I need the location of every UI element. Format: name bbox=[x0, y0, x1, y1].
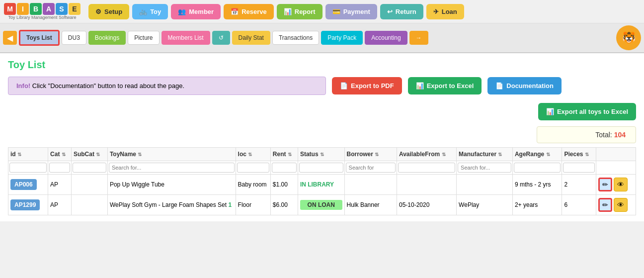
export-pdf-button[interactable]: 📄 Export to PDF bbox=[332, 77, 402, 94]
info-text: Click "Documentation" button to read abo… bbox=[32, 82, 184, 90]
sort-arrows-borrower: ⇅ bbox=[375, 152, 379, 157]
member-icon: 👥 bbox=[178, 8, 186, 15]
search-input-status[interactable] bbox=[299, 163, 343, 173]
col-header-available[interactable]: AvailableFrom ⇅ bbox=[397, 148, 456, 161]
export-excel-button[interactable]: 📊 Export to Excel bbox=[408, 77, 482, 94]
reserve-icon: 📅 bbox=[231, 8, 239, 15]
return-icon: ↩ bbox=[387, 8, 393, 15]
payment-button[interactable]: 💳 Payment bbox=[325, 4, 377, 19]
search-cell-loc bbox=[236, 161, 270, 175]
search-cell-toyname bbox=[107, 161, 236, 175]
col-header-pieces[interactable]: Pieces ⇅ bbox=[562, 148, 596, 161]
col-header-status[interactable]: Status ⇅ bbox=[298, 148, 344, 161]
logo-letters: M I B A S E bbox=[4, 3, 80, 15]
search-cell-cat bbox=[48, 161, 72, 175]
excel-all-icon: 📊 bbox=[546, 108, 554, 115]
main-content: Toy List Info! Click "Documentation" but… bbox=[0, 53, 644, 221]
search-input-available[interactable] bbox=[398, 163, 455, 173]
col-header-id[interactable]: id ⇅ bbox=[8, 148, 48, 161]
search-input-cat[interactable] bbox=[49, 163, 70, 173]
search-input-toyname[interactable] bbox=[109, 163, 235, 173]
tab-party-pack[interactable]: Party Pack bbox=[321, 31, 363, 45]
logo: M I B A S E Toy Library Management Softw… bbox=[4, 3, 80, 20]
col-header-toyname[interactable]: ToyName ⇅ bbox=[107, 148, 236, 161]
toy-table: id ⇅ Cat ⇅ SubCat ⇅ ToyName ⇅ loc bbox=[8, 147, 636, 215]
tab-bookings[interactable]: Bookings bbox=[88, 31, 126, 45]
search-input-rent[interactable] bbox=[272, 163, 297, 173]
total-value: 104 bbox=[614, 131, 626, 139]
report-button[interactable]: 📊 Report bbox=[277, 4, 322, 19]
search-cell-available bbox=[397, 161, 456, 175]
search-input-manufacturer[interactable] bbox=[458, 163, 511, 173]
cell-subcat-1 bbox=[71, 175, 107, 195]
logo-e: E bbox=[69, 3, 80, 15]
sort-arrows-manufacturer: ⇅ bbox=[498, 152, 502, 157]
cell-manufacturer-1 bbox=[457, 175, 513, 195]
tab-transactions[interactable]: Transactions bbox=[272, 31, 319, 45]
nav-prev-button[interactable]: ◀ bbox=[3, 31, 17, 45]
tab-toys-list[interactable]: Toys List bbox=[19, 30, 60, 46]
edit-button-2[interactable]: ✏ bbox=[598, 198, 612, 212]
total-badge: Total: 104 bbox=[537, 126, 636, 143]
cell-id-2: AP1299 bbox=[8, 195, 48, 215]
sort-arrows-pieces: ⇅ bbox=[585, 152, 589, 157]
col-header-cat[interactable]: Cat ⇅ bbox=[48, 148, 72, 161]
search-cell-id bbox=[8, 161, 48, 175]
view-button-2[interactable]: 👁 bbox=[614, 198, 628, 212]
status-in-library: IN LIBRARY bbox=[300, 181, 334, 188]
export-all-row: 📊 Export all toys to Excel bbox=[8, 103, 636, 120]
cell-available-1 bbox=[397, 175, 456, 195]
edit-button-1[interactable]: ✏ bbox=[598, 178, 612, 191]
col-header-manufacturer[interactable]: Manufacturer ⇅ bbox=[457, 148, 513, 161]
col-header-actions bbox=[596, 148, 636, 161]
col-header-subcat[interactable]: SubCat ⇅ bbox=[71, 148, 107, 161]
export-all-excel-button[interactable]: 📊 Export all toys to Excel bbox=[538, 103, 636, 120]
info-message: Info! Click "Documentation" button to re… bbox=[8, 77, 326, 95]
search-cell-agerange bbox=[512, 161, 562, 175]
search-cell-pieces bbox=[562, 161, 596, 175]
return-button[interactable]: ↩ Return bbox=[380, 4, 423, 19]
tab-daily-stat[interactable]: Daily Stat bbox=[232, 31, 270, 45]
sort-arrows-loc: ⇅ bbox=[248, 152, 252, 157]
tab-next[interactable]: → bbox=[409, 31, 428, 45]
cell-rent-1: $1.00 bbox=[270, 175, 298, 195]
loan-button[interactable]: ✈ Loan bbox=[426, 4, 464, 19]
toy-button[interactable]: 🚲 Toy bbox=[132, 4, 168, 19]
top-navigation: M I B A S E Toy Library Management Softw… bbox=[0, 0, 644, 23]
search-input-borrower[interactable] bbox=[346, 163, 396, 173]
cell-actions-2: ✏ 👁 bbox=[596, 195, 636, 215]
member-button[interactable]: 👥 Member bbox=[171, 4, 221, 19]
sort-arrows-id: ⇅ bbox=[17, 152, 21, 157]
col-header-rent[interactable]: Rent ⇅ bbox=[270, 148, 298, 161]
search-input-pieces[interactable] bbox=[563, 163, 594, 173]
cell-toyname-1: Pop Up Wiggle Tube bbox=[107, 175, 236, 195]
reserve-button[interactable]: 📅 Reserve bbox=[224, 4, 274, 19]
cell-toyname-2: WePlay Soft Gym - Large Foam Shapes Set … bbox=[107, 195, 236, 215]
excel-icon: 📊 bbox=[416, 82, 424, 90]
view-button-1[interactable]: 👁 bbox=[614, 178, 628, 191]
sort-arrows-toyname: ⇅ bbox=[138, 152, 142, 157]
search-input-agerange[interactable] bbox=[514, 163, 561, 173]
pdf-icon: 📄 bbox=[340, 82, 348, 90]
setup-button[interactable]: ⚙ Setup bbox=[88, 4, 129, 19]
col-header-borrower[interactable]: Borrower ⇅ bbox=[344, 148, 397, 161]
cell-agerange-1: 9 mths - 2 yrs bbox=[512, 175, 562, 195]
documentation-button[interactable]: 📄 Documentation bbox=[487, 77, 562, 94]
search-input-subcat[interactable] bbox=[73, 163, 106, 173]
col-header-agerange[interactable]: AgeRange ⇅ bbox=[512, 148, 562, 161]
search-input-id[interactable] bbox=[9, 163, 47, 173]
cell-id-1: AP006 bbox=[8, 175, 48, 195]
tab-refresh[interactable]: ↺ bbox=[212, 31, 230, 45]
col-header-loc[interactable]: loc ⇅ bbox=[236, 148, 270, 161]
search-input-loc[interactable] bbox=[237, 163, 269, 173]
tab-accounting[interactable]: Accounting bbox=[365, 31, 407, 45]
sort-arrows-agerange: ⇅ bbox=[546, 152, 550, 157]
tab-du3[interactable]: DU3 bbox=[62, 31, 86, 45]
refresh-icon: ↺ bbox=[219, 34, 224, 41]
info-bar: Info! Click "Documentation" button to re… bbox=[8, 77, 636, 95]
page-title: Toy List bbox=[8, 59, 636, 71]
id-badge-2: AP1299 bbox=[10, 199, 40, 210]
tab-picture[interactable]: Picture bbox=[128, 31, 159, 45]
search-cell-subcat bbox=[71, 161, 107, 175]
tab-members-list[interactable]: Members List bbox=[161, 31, 210, 45]
